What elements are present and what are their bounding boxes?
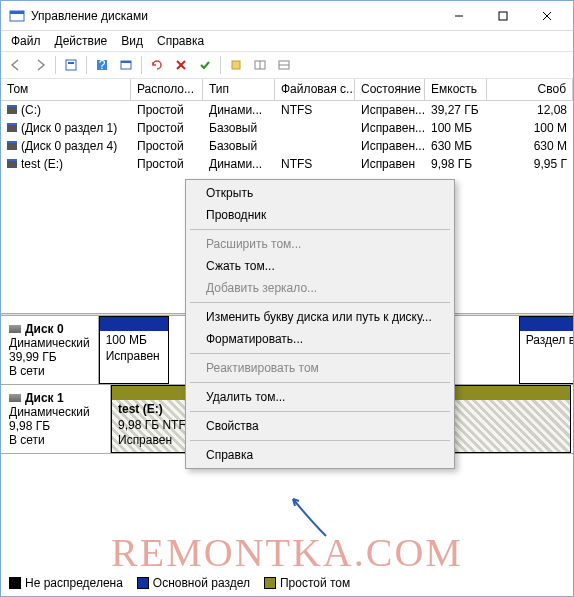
cell-fs bbox=[275, 127, 355, 129]
legend-item: Основной раздел bbox=[137, 576, 250, 590]
toolbar-icon[interactable] bbox=[115, 54, 137, 76]
partition-header bbox=[100, 317, 168, 331]
ctx-open[interactable]: Открыть bbox=[188, 182, 452, 204]
partition-size: 100 МБ bbox=[106, 333, 162, 349]
legend-swatch bbox=[9, 577, 21, 589]
context-menu: Открыть Проводник Расширить том... Сжать… bbox=[185, 179, 455, 469]
delete-icon[interactable] bbox=[170, 54, 192, 76]
cell-type: Динами... bbox=[203, 102, 275, 118]
ctx-reactivate: Реактивировать том bbox=[188, 357, 452, 379]
titlebar: Управление дисками bbox=[1, 1, 573, 31]
cell-capacity: 100 МБ bbox=[425, 120, 487, 136]
table-row[interactable]: test (E:)ПростойДинами...NTFSИсправен9,9… bbox=[1, 155, 573, 173]
svg-rect-7 bbox=[68, 62, 74, 64]
toolbar-icon[interactable] bbox=[249, 54, 271, 76]
cell-capacity: 630 МБ bbox=[425, 138, 487, 154]
cell-layout: Простой bbox=[131, 102, 203, 118]
legend-swatch bbox=[264, 577, 276, 589]
toolbar-icon[interactable] bbox=[60, 54, 82, 76]
volume-icon bbox=[7, 124, 17, 132]
cell-volume: (Диск 0 раздел 1) bbox=[21, 121, 117, 135]
col-volume[interactable]: Том bbox=[1, 79, 131, 100]
partition[interactable]: 100 МБИсправен bbox=[99, 316, 169, 384]
refresh-icon[interactable] bbox=[146, 54, 168, 76]
disk-name: Диск 1 bbox=[25, 391, 64, 405]
forward-button[interactable] bbox=[29, 54, 51, 76]
table-row[interactable]: (Диск 0 раздел 4)ПростойБазовыйИсправен.… bbox=[1, 137, 573, 155]
window-title: Управление дисками bbox=[31, 9, 437, 23]
maximize-button[interactable] bbox=[481, 2, 525, 30]
disk-size: 39,99 ГБ bbox=[9, 350, 90, 364]
disk-size: 9,98 ГБ bbox=[9, 419, 102, 433]
cell-free: 630 M bbox=[487, 138, 573, 154]
cell-volume: test (E:) bbox=[21, 157, 63, 171]
menu-file[interactable]: Файл bbox=[11, 34, 41, 48]
ctx-format[interactable]: Форматировать... bbox=[188, 328, 452, 350]
col-free[interactable]: Своб bbox=[487, 79, 573, 100]
svg-rect-3 bbox=[499, 12, 507, 20]
separator bbox=[141, 56, 142, 74]
separator bbox=[190, 411, 450, 412]
menu-help[interactable]: Справка bbox=[157, 34, 204, 48]
col-fs[interactable]: Файловая с... bbox=[275, 79, 355, 100]
ctx-delete-volume[interactable]: Удалить том... bbox=[188, 386, 452, 408]
disk-info: Диск 1Динамический9,98 ГБВ сети bbox=[1, 385, 111, 453]
table-body: (C:)ПростойДинами...NTFSИсправен...39,27… bbox=[1, 101, 573, 173]
cell-status: Исправен... bbox=[355, 102, 425, 118]
cell-layout: Простой bbox=[131, 138, 203, 154]
cell-status: Исправен... bbox=[355, 138, 425, 154]
volume-icon bbox=[7, 106, 17, 114]
cell-volume: (Диск 0 раздел 4) bbox=[21, 139, 117, 153]
disk-type: Динамический bbox=[9, 336, 90, 350]
annotation-arrow bbox=[281, 491, 341, 541]
disk-status: В сети bbox=[9, 364, 90, 378]
col-status[interactable]: Состояние bbox=[355, 79, 425, 100]
back-button[interactable] bbox=[5, 54, 27, 76]
legend-swatch bbox=[137, 577, 149, 589]
cell-fs: NTFS bbox=[275, 156, 355, 172]
table-row[interactable]: (C:)ПростойДинами...NTFSИсправен...39,27… bbox=[1, 101, 573, 119]
watermark: REMONTKA.COM bbox=[1, 529, 573, 576]
ctx-shrink[interactable]: Сжать том... bbox=[188, 255, 452, 277]
toolbar-icon[interactable] bbox=[225, 54, 247, 76]
check-icon[interactable] bbox=[194, 54, 216, 76]
legend-item: Простой том bbox=[264, 576, 350, 590]
table-row[interactable]: (Диск 0 раздел 1)ПростойБазовыйИсправен.… bbox=[1, 119, 573, 137]
menu-action[interactable]: Действие bbox=[55, 34, 108, 48]
separator bbox=[86, 56, 87, 74]
col-layout[interactable]: Располо... bbox=[131, 79, 203, 100]
cell-status: Исправен... bbox=[355, 120, 425, 136]
partition-status: Исправен bbox=[106, 349, 162, 365]
ctx-change-letter[interactable]: Изменить букву диска или путь к диску... bbox=[188, 306, 452, 328]
minimize-button[interactable] bbox=[437, 2, 481, 30]
col-type[interactable]: Тип bbox=[203, 79, 275, 100]
cell-free: 9,95 Г bbox=[487, 156, 573, 172]
app-icon bbox=[9, 8, 25, 24]
ctx-explorer[interactable]: Проводник bbox=[188, 204, 452, 226]
help-icon[interactable]: ? bbox=[91, 54, 113, 76]
close-button[interactable] bbox=[525, 2, 569, 30]
separator bbox=[190, 229, 450, 230]
cell-type: Базовый bbox=[203, 138, 275, 154]
toolbar-icon[interactable] bbox=[273, 54, 295, 76]
cell-capacity: 39,27 ГБ bbox=[425, 102, 487, 118]
menu-view[interactable]: Вид bbox=[121, 34, 143, 48]
cell-fs: NTFS bbox=[275, 102, 355, 118]
disk-info: Диск 0Динамический39,99 ГБВ сети bbox=[1, 316, 99, 384]
volume-table: Том Располо... Тип Файловая с... Состоян… bbox=[1, 79, 573, 173]
disk-name: Диск 0 bbox=[25, 322, 64, 336]
svg-rect-1 bbox=[10, 11, 24, 14]
svg-rect-14 bbox=[232, 61, 240, 69]
ctx-help[interactable]: Справка bbox=[188, 444, 452, 466]
ctx-properties[interactable]: Свойства bbox=[188, 415, 452, 437]
partition[interactable]: Раздел вос bbox=[519, 316, 574, 384]
table-header: Том Располо... Тип Файловая с... Состоян… bbox=[1, 79, 573, 101]
cell-free: 100 M bbox=[487, 120, 573, 136]
separator bbox=[55, 56, 56, 74]
svg-rect-6 bbox=[66, 60, 76, 70]
legend-item: Не распределена bbox=[9, 576, 123, 590]
col-capacity[interactable]: Емкость bbox=[425, 79, 487, 100]
disk-type: Динамический bbox=[9, 405, 102, 419]
separator bbox=[190, 382, 450, 383]
menubar: Файл Действие Вид Справка bbox=[1, 31, 573, 51]
